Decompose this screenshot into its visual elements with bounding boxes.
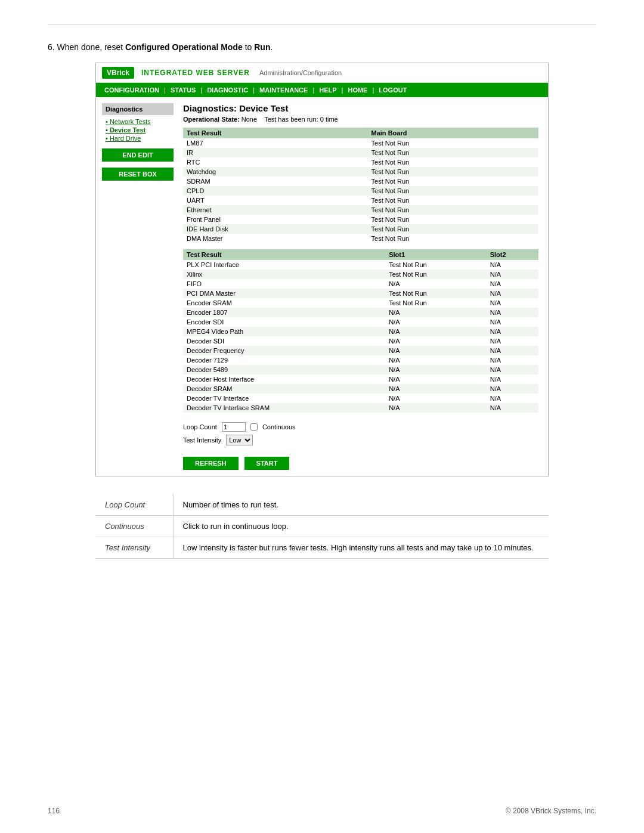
slot-row: Decoder 5489N/AN/A: [183, 365, 538, 374]
slot-row: Decoder SDIN/AN/A: [183, 336, 538, 346]
slot-test-name: Decoder SRAM: [183, 384, 385, 394]
main-board-row: DMA MasterTest Not Run: [183, 234, 538, 243]
desc-row: Test IntensityLow intensity is faster bu…: [95, 537, 549, 559]
main-board-row: IRTest Not Run: [183, 148, 538, 157]
test-intensity-label: Test Intensity: [183, 436, 221, 444]
vbrick-logo: VBrick: [102, 67, 134, 79]
refresh-button[interactable]: REFRESH: [183, 457, 239, 470]
slot-row: Decoder 7129N/AN/A: [183, 355, 538, 365]
op-state-label: Operational State:: [183, 116, 240, 123]
slot-result-2: N/A: [487, 327, 538, 336]
nav-status[interactable]: STATUS: [167, 86, 199, 94]
main-board-row: SDRAMTest Not Run: [183, 176, 538, 186]
slot-result-2: N/A: [487, 317, 538, 327]
slot-result-2: N/A: [487, 384, 538, 394]
mb-test-name: Watchdog: [183, 167, 368, 176]
mb-test-name: RTC: [183, 157, 368, 167]
sidebar-title: Diagnostics: [102, 103, 174, 115]
mb-test-name: IDE Hard Disk: [183, 224, 368, 234]
slot-result-2: N/A: [487, 308, 538, 317]
sidebar-link-harddrive[interactable]: • Hard Drive: [102, 134, 174, 143]
slot-test-name: Decoder Frequency: [183, 346, 385, 355]
slot-row: Decoder TV Interface SRAMN/AN/A: [183, 403, 538, 413]
slot-row: Decoder SRAMN/AN/A: [183, 384, 538, 394]
slot-row: MPEG4 Video PathN/AN/A: [183, 327, 538, 336]
copyright: © 2008 VBrick Systems, Inc.: [506, 807, 596, 815]
slot-header-result: Test Result: [183, 249, 385, 260]
slot-test-name: Decoder TV Interface SRAM: [183, 403, 385, 413]
diag-title: Diagnostics: Device Test: [183, 103, 538, 113]
sidebar-link-network[interactable]: • Network Tests: [102, 117, 174, 126]
slot-row: Decoder Host InterfaceN/AN/A: [183, 374, 538, 384]
mb-test-name: IR: [183, 148, 368, 157]
nav-home[interactable]: HOME: [344, 86, 371, 94]
controls-area: Loop Count Continuous Test Intensity Low…: [183, 419, 538, 452]
slot-row: FIFON/AN/A: [183, 279, 538, 289]
mb-test-result: Test Not Run: [368, 215, 538, 224]
nav-diagnostic[interactable]: DIAGNOSTIC: [203, 86, 252, 94]
end-edit-button[interactable]: END EDIT: [102, 148, 174, 162]
main-board-row: LM87Test Not Run: [183, 138, 538, 148]
mb-test-result: Test Not Run: [368, 224, 538, 234]
slot-row: Encoder SRAMTest Not RunN/A: [183, 298, 538, 308]
start-button[interactable]: START: [244, 457, 290, 470]
nav-logout[interactable]: LOGOUT: [375, 86, 410, 94]
instruction-prefix: 6. When done, reset: [48, 42, 125, 52]
slot-result-2: N/A: [487, 298, 538, 308]
slot-result-1: N/A: [385, 317, 487, 327]
desc-row: Loop CountNumber of times to run test.: [95, 494, 549, 516]
op-state: Operational State: None Test has been ru…: [183, 116, 538, 123]
slot-test-name: Decoder SDI: [183, 336, 385, 346]
nav-configuration[interactable]: CONFIGURATION: [101, 86, 163, 94]
mb-header-result: Test Result: [183, 128, 368, 138]
nav-maintenance[interactable]: MAINTENANCE: [256, 86, 311, 94]
mb-test-name: SDRAM: [183, 176, 368, 186]
reset-box-button[interactable]: RESET BOX: [102, 168, 174, 181]
slot-result-1: Test Not Run: [385, 270, 487, 279]
nav-bar: CONFIGURATION | STATUS | DIAGNOSTIC | MA…: [96, 83, 548, 97]
slot-result-1: N/A: [385, 308, 487, 317]
slot-table: Test Result Slot1 Slot2 PLX PCI Interfac…: [183, 249, 538, 413]
sidebar: Diagnostics • Network Tests • Device Tes…: [102, 103, 174, 470]
mb-test-result: Test Not Run: [368, 205, 538, 215]
slot-result-1: N/A: [385, 336, 487, 346]
action-buttons: REFRESH START: [183, 457, 538, 470]
top-rule: [48, 24, 596, 24]
slot-result-2: N/A: [487, 279, 538, 289]
instruction-line: 6. When done, reset Configured Operation…: [48, 42, 596, 52]
nav-help[interactable]: HELP: [315, 86, 340, 94]
main-content: Diagnostics • Network Tests • Device Tes…: [96, 97, 548, 476]
slot-result-2: N/A: [487, 365, 538, 374]
slot-result-1: N/A: [385, 374, 487, 384]
test-run-label: Test has been run:: [264, 116, 318, 123]
slot-test-name: PCI DMA Master: [183, 289, 385, 298]
desc-term: Loop Count: [95, 494, 173, 516]
desc-definition: Low intensity is faster but runs fewer t…: [173, 537, 549, 559]
test-intensity-select[interactable]: Low High: [226, 435, 253, 445]
slot-result-1: N/A: [385, 355, 487, 365]
mb-test-result: Test Not Run: [368, 148, 538, 157]
instruction-suffix: to: [243, 42, 254, 52]
instruction-period: .: [270, 42, 273, 52]
slot-test-name: FIFO: [183, 279, 385, 289]
desc-row: ContinuousClick to run in continuous loo…: [95, 516, 549, 537]
continuous-checkbox[interactable]: [250, 423, 258, 431]
instruction-bold: Configured Operational Mode: [125, 42, 243, 52]
mb-test-name: UART: [183, 196, 368, 205]
diag-panel: Diagnostics: Device Test Operational Sta…: [179, 103, 542, 470]
slot-result-1: N/A: [385, 346, 487, 355]
loop-count-input[interactable]: [222, 422, 246, 432]
header-subtitle: Administration/Configuration: [259, 69, 342, 76]
header-title: INTEGRATED WEB SERVER: [141, 69, 250, 77]
page-number: 116: [48, 807, 60, 815]
main-board-row: RTCTest Not Run: [183, 157, 538, 167]
slot-test-name: Encoder SDI: [183, 317, 385, 327]
instruction-bold2: Run: [254, 42, 270, 52]
slot-result-2: N/A: [487, 374, 538, 384]
mb-test-name: Ethernet: [183, 205, 368, 215]
slot-row: PLX PCI InterfaceTest Not RunN/A: [183, 260, 538, 270]
slot-test-name: Decoder 5489: [183, 365, 385, 374]
main-board-row: IDE Hard DiskTest Not Run: [183, 224, 538, 234]
sidebar-link-device[interactable]: • Device Test: [102, 126, 174, 134]
mb-test-result: Test Not Run: [368, 176, 538, 186]
